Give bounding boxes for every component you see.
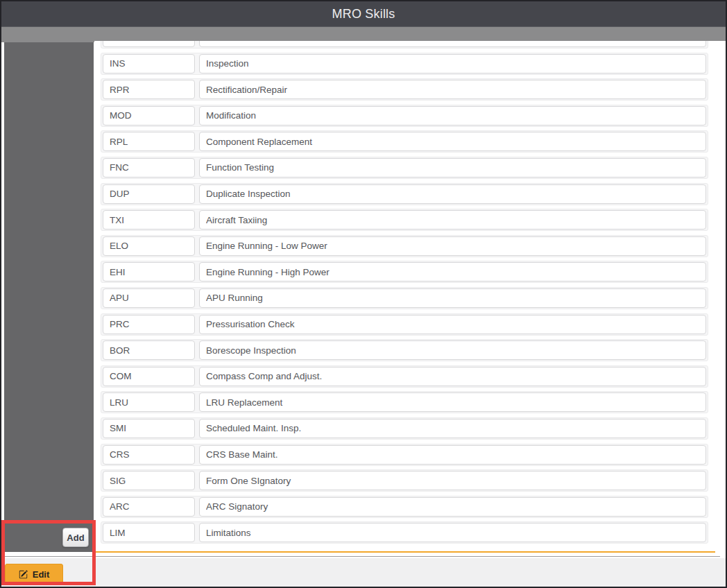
skill-description-input[interactable] xyxy=(199,132,706,151)
skill-description-input[interactable] xyxy=(199,367,706,386)
skills-list xyxy=(101,41,708,544)
skill-row xyxy=(101,496,708,518)
skill-code-input[interactable] xyxy=(103,523,195,542)
skill-code-input[interactable] xyxy=(103,210,195,230)
skill-code-input[interactable] xyxy=(103,419,195,438)
skill-row xyxy=(101,235,708,257)
edit-button-label: Edit xyxy=(33,569,50,580)
skill-description-input[interactable] xyxy=(199,340,706,360)
skill-code-input[interactable] xyxy=(103,367,195,386)
skill-description-input[interactable] xyxy=(199,445,706,465)
skill-description-input[interactable] xyxy=(199,236,706,256)
skill-description-input[interactable] xyxy=(199,41,706,47)
skill-code-input[interactable] xyxy=(103,80,195,99)
skills-panel xyxy=(94,41,726,551)
skill-row xyxy=(101,261,708,283)
skill-row xyxy=(101,53,708,75)
page-title: MRO Skills xyxy=(332,7,395,21)
skill-row xyxy=(101,157,708,179)
skill-row xyxy=(101,78,708,101)
sidebar: Add xyxy=(4,42,94,552)
toolbar-strip xyxy=(1,26,726,42)
edit-button[interactable]: Edit xyxy=(5,564,63,585)
skill-row xyxy=(101,444,708,466)
skill-code-input[interactable] xyxy=(103,41,195,47)
skill-description-input[interactable] xyxy=(199,523,706,542)
skill-code-input[interactable] xyxy=(103,288,195,308)
skill-description-input[interactable] xyxy=(199,80,706,99)
mro-skills-window: MRO Skills Add xyxy=(0,0,727,588)
skill-code-input[interactable] xyxy=(103,54,195,74)
skill-description-input[interactable] xyxy=(199,158,706,178)
skill-description-input[interactable] xyxy=(199,210,706,230)
skill-code-input[interactable] xyxy=(103,315,195,334)
footer-bar xyxy=(1,558,726,587)
skill-row xyxy=(101,339,708,361)
skill-code-input[interactable] xyxy=(103,132,195,151)
skill-description-input[interactable] xyxy=(199,288,706,308)
skill-row xyxy=(101,313,708,336)
add-button[interactable]: Add xyxy=(62,528,89,547)
skill-code-input[interactable] xyxy=(103,106,195,126)
skill-code-input[interactable] xyxy=(103,340,195,360)
skill-code-input[interactable] xyxy=(103,471,195,490)
skill-code-input[interactable] xyxy=(103,236,195,256)
skill-description-input[interactable] xyxy=(199,184,706,204)
skill-description-input[interactable] xyxy=(199,392,706,412)
skill-row xyxy=(101,130,708,153)
skill-row xyxy=(101,365,708,388)
skill-row xyxy=(101,209,708,231)
skill-description-input[interactable] xyxy=(199,315,706,334)
skill-description-input[interactable] xyxy=(199,106,706,126)
skill-code-input[interactable] xyxy=(103,262,195,282)
footer-separator xyxy=(1,556,720,557)
skill-description-input[interactable] xyxy=(199,262,706,282)
panel-bottom-rule xyxy=(95,551,715,553)
skill-row xyxy=(101,391,708,413)
skill-description-input[interactable] xyxy=(199,54,706,74)
skill-row xyxy=(101,521,708,544)
skill-code-input[interactable] xyxy=(103,445,195,465)
title-bar: MRO Skills xyxy=(1,1,726,26)
skill-row xyxy=(101,287,708,309)
skill-code-input[interactable] xyxy=(103,158,195,178)
skill-description-input[interactable] xyxy=(199,419,706,438)
pencil-square-icon xyxy=(19,570,28,579)
skill-row xyxy=(101,417,708,440)
skill-row xyxy=(101,41,708,49)
skill-row xyxy=(101,469,708,492)
skill-row xyxy=(101,183,708,205)
skill-code-input[interactable] xyxy=(103,392,195,412)
skill-description-input[interactable] xyxy=(199,497,706,517)
skill-row xyxy=(101,105,708,127)
skill-description-input[interactable] xyxy=(199,471,706,490)
skill-code-input[interactable] xyxy=(103,184,195,204)
skill-code-input[interactable] xyxy=(103,497,195,517)
